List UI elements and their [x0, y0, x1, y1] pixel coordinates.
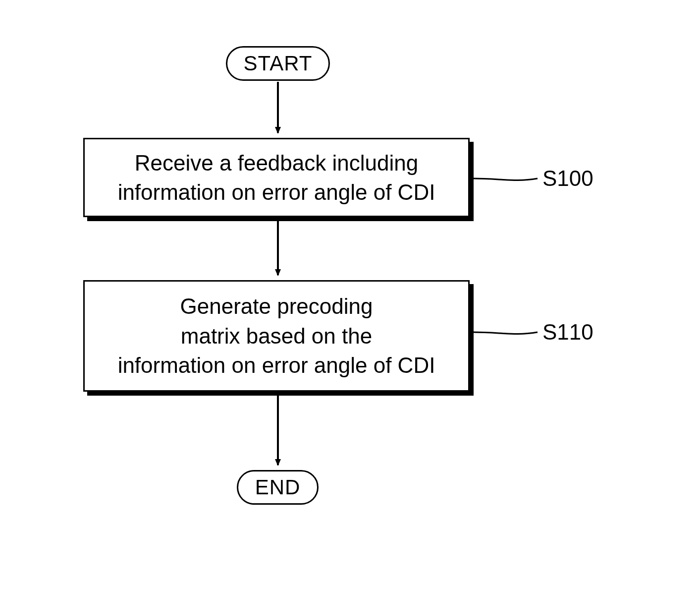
- process-s110: Generate precoding matrix based on the i…: [83, 280, 470, 392]
- leader-s110: [474, 332, 538, 334]
- process-s110-text: Generate precoding matrix based on the i…: [118, 292, 435, 380]
- leader-s100: [474, 178, 538, 180]
- process-s100: Receive a feedback including information…: [83, 138, 470, 217]
- start-terminator: START: [226, 46, 330, 81]
- end-label: END: [255, 477, 301, 498]
- process-s100-text: Receive a feedback including information…: [118, 148, 435, 207]
- start-label: START: [244, 53, 313, 74]
- end-terminator: END: [237, 470, 319, 505]
- flowchart-canvas: START Receive a feedback including infor…: [0, 0, 700, 589]
- step-label-s100: S100: [542, 166, 593, 191]
- step-label-s110: S110: [542, 320, 593, 345]
